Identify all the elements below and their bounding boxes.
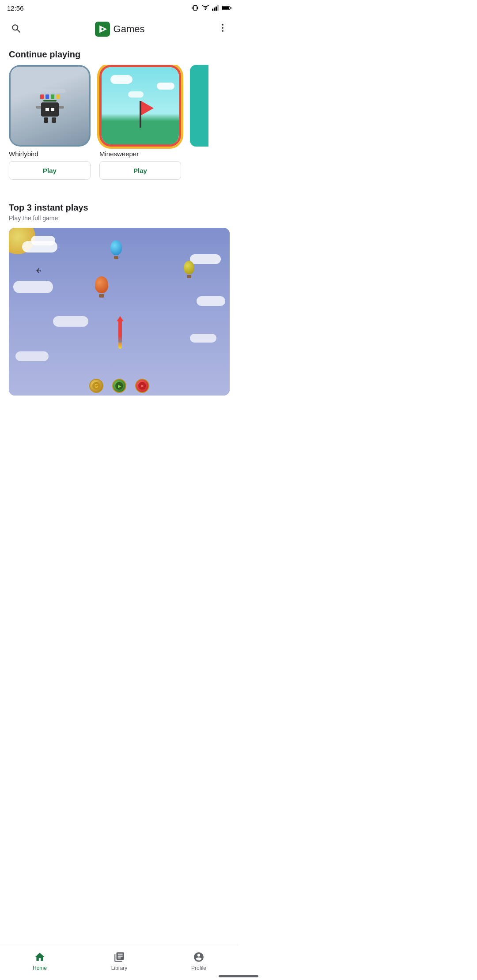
wifi-icon xyxy=(201,5,209,11)
minesweeper-name: Minesweeper xyxy=(99,150,181,158)
partial-game-card xyxy=(190,65,208,147)
svg-rect-6 xyxy=(230,7,231,8)
page-title: Games xyxy=(114,23,145,35)
airplane-1: ✈ xyxy=(35,267,41,275)
instant-plays-subtitle: Play the full game xyxy=(9,215,230,222)
top-bar-center: Games xyxy=(95,22,145,37)
mine-flag xyxy=(141,101,154,115)
status-icons xyxy=(192,4,231,11)
signal-icon xyxy=(212,5,219,11)
search-icon xyxy=(11,23,22,34)
instant-plays-section: Top 3 instant plays Play the full game xyxy=(0,196,238,396)
minesweeper-play-button[interactable]: Play xyxy=(99,161,181,180)
robot-eye-right xyxy=(51,108,54,111)
battery-icon xyxy=(222,5,231,11)
games-scroll: Whirlybird Play xyxy=(9,65,230,183)
char-coin-2: ▶ xyxy=(112,379,126,393)
robot-hat xyxy=(40,94,60,99)
rocket-flame xyxy=(118,343,122,349)
svg-point-11 xyxy=(222,30,223,32)
robot-leg-right xyxy=(52,117,56,123)
whirlybird-icon-wrapper[interactable] xyxy=(9,65,91,147)
cloud-5 xyxy=(53,316,88,327)
bottom-chars: G ▶ ✕ xyxy=(9,379,230,396)
continue-playing-title: Continue playing xyxy=(9,49,230,60)
robot-arm-left xyxy=(36,106,41,109)
svg-rect-1 xyxy=(214,8,215,11)
svg-point-10 xyxy=(222,27,223,29)
cloud-4 xyxy=(197,296,225,306)
svg-rect-5 xyxy=(222,7,229,10)
whirlybird-name: Whirlybird xyxy=(9,150,91,158)
robot-head-stripe xyxy=(43,100,57,102)
game-card-whirlybird: Whirlybird Play xyxy=(9,65,91,180)
minesweeper-bg xyxy=(102,67,179,144)
minesweeper-icon-wrapper[interactable] xyxy=(99,65,181,147)
robot-eye-left xyxy=(45,108,49,111)
robot-leg-left xyxy=(44,117,48,123)
mine-sky xyxy=(102,67,179,144)
vibrate-icon xyxy=(192,4,199,11)
robot-body xyxy=(41,102,59,117)
svg-text:✕: ✕ xyxy=(140,384,144,388)
more-options-button[interactable] xyxy=(216,21,230,38)
svg-point-8 xyxy=(101,28,103,30)
cloud-1b xyxy=(31,236,55,245)
cloud-7 xyxy=(15,351,49,361)
whirlybird-play-button[interactable]: Play xyxy=(9,161,91,180)
robot-arm-right xyxy=(59,106,64,109)
char-coin-1: G xyxy=(89,379,103,393)
mine-cloud-2 xyxy=(157,83,174,90)
svg-text:▶: ▶ xyxy=(118,384,121,388)
mine-cloud-3 xyxy=(128,91,144,98)
cloud-3 xyxy=(13,281,53,293)
svg-rect-2 xyxy=(216,7,217,11)
mine-cloud-1 xyxy=(110,75,132,84)
top-bar: Games xyxy=(0,16,238,42)
play-games-logo xyxy=(95,22,110,37)
cloud-6 xyxy=(190,334,216,343)
game-card-minesweeper: Minesweeper Play xyxy=(99,65,181,180)
svg-rect-3 xyxy=(217,5,219,11)
sky-scene: ✈ G ▶ ✕ xyxy=(9,228,230,396)
scroll-content: Continue playing xyxy=(0,42,238,435)
game-banner[interactable]: ✈ G ▶ ✕ xyxy=(9,228,230,396)
more-icon xyxy=(217,23,228,33)
status-time: 12:56 xyxy=(7,4,24,12)
svg-text:G: G xyxy=(95,384,98,388)
status-bar: 12:56 xyxy=(0,0,238,16)
propeller xyxy=(34,89,65,93)
balloon-blue xyxy=(110,240,122,259)
svg-rect-0 xyxy=(212,9,213,11)
balloon-yellow xyxy=(184,261,194,278)
rocket-tip xyxy=(117,316,124,321)
search-button[interactable] xyxy=(9,21,24,38)
mine-flag-pole xyxy=(140,101,141,128)
svg-point-9 xyxy=(222,24,223,26)
robot-legs xyxy=(44,117,56,123)
balloon-red-orange xyxy=(95,276,108,298)
char-coin-3: ✕ xyxy=(135,379,149,393)
instant-plays-title: Top 3 instant plays xyxy=(9,203,230,213)
cloud-2 xyxy=(190,254,221,264)
whirlybird-bg xyxy=(9,65,91,147)
rocket-pencil xyxy=(118,320,122,343)
continue-playing-section: Continue playing xyxy=(0,42,238,183)
